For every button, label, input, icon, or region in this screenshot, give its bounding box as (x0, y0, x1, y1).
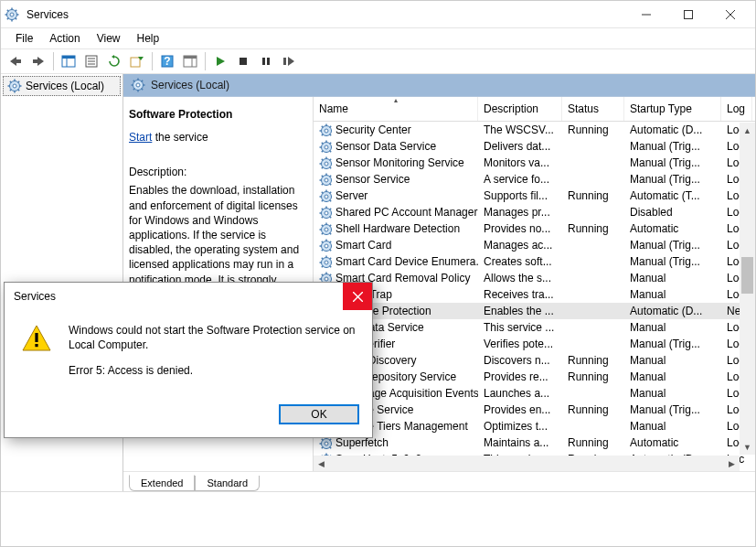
service-description: Manages ac... (478, 238, 562, 252)
horizontal-scrollbar[interactable]: ◀ ▶ (314, 456, 740, 471)
view-tabs: Extended Standard (123, 471, 755, 491)
service-status (562, 261, 624, 263)
service-description: Monitors va... (478, 156, 562, 170)
service-row[interactable]: Spot Data ServiceThis service ...ManualL… (314, 319, 755, 336)
service-name: Shared PC Account Manager (335, 206, 477, 219)
maximize-button[interactable] (667, 2, 709, 27)
service-row[interactable]: Smart CardManages ac...Manual (Trig...Lo… (314, 237, 755, 253)
service-name: Smart Card (335, 239, 391, 252)
refresh-button[interactable] (103, 50, 125, 72)
sort-asc-icon: ▴ (394, 97, 398, 104)
properties-button[interactable] (80, 50, 102, 72)
service-row[interactable]: SuperfetchMaintains a...RunningAutomatic… (314, 434, 755, 451)
gear-icon (319, 140, 332, 153)
start-service-suffix: the service (152, 131, 208, 144)
service-description: Receives tra... (478, 287, 562, 302)
service-startup: Manual (624, 320, 721, 335)
scroll-down-icon[interactable]: ▼ (740, 439, 755, 455)
service-status: Running (562, 402, 624, 417)
tree-services-local[interactable]: Services (Local) (3, 76, 121, 96)
service-description: Delivers dat... (478, 139, 562, 154)
service-row[interactable]: Smart Card Device Enumera...Creates soft… (314, 253, 755, 270)
service-startup: Manual (Trig... (624, 172, 721, 187)
selected-service-title: Software Protection (129, 108, 303, 121)
menubar: File Action View Help (1, 28, 755, 48)
col-status[interactable]: Status (562, 97, 624, 121)
stop-service-button[interactable] (232, 50, 254, 72)
service-row[interactable]: Storage ServiceProvides en...RunningManu… (314, 402, 755, 418)
service-row[interactable]: Security CenterThe WSCSV...RunningAutoma… (314, 122, 755, 138)
service-row[interactable]: Smart Card Removal PolicyAllows the s...… (314, 270, 755, 286)
service-row[interactable]: Shell Hardware DetectionProvides no...Ru… (314, 220, 755, 237)
service-row[interactable]: ServerSupports fil...RunningAutomatic (T… (314, 188, 755, 204)
gear-icon (319, 206, 332, 219)
scroll-up-icon[interactable]: ▲ (740, 123, 755, 138)
forward-button[interactable] (27, 50, 49, 72)
scroll-right-icon[interactable]: ▶ (724, 456, 740, 471)
service-status: Running (562, 123, 624, 137)
vertical-scrollbar[interactable]: ▲ ▼ (740, 123, 755, 455)
service-status (562, 310, 624, 312)
service-row[interactable]: Sensor ServiceA service fo...Manual (Tri… (314, 171, 755, 188)
help-button[interactable]: ? (156, 50, 178, 72)
menu-help[interactable]: Help (130, 30, 167, 47)
pause-service-button[interactable] (255, 50, 277, 72)
svg-rect-15 (33, 59, 37, 63)
dialog-close-button[interactable] (343, 283, 372, 310)
pane-header: Services (Local) (123, 74, 755, 97)
service-row[interactable]: Sensor Monitoring ServiceMonitors va...M… (314, 155, 755, 171)
toolbar: ? (1, 48, 755, 74)
gear-icon (319, 239, 332, 252)
list-body[interactable]: Security CenterThe WSCSV...RunningAutoma… (314, 122, 755, 470)
show-hide-action-pane-button[interactable] (179, 50, 201, 72)
scroll-left-icon[interactable]: ◀ (314, 456, 329, 471)
start-service-button[interactable] (209, 50, 231, 72)
service-name: Sensor Service (335, 173, 410, 186)
show-hide-tree-button[interactable] (58, 50, 80, 72)
service-startup: Manual (624, 370, 721, 384)
service-status: Running (562, 188, 624, 203)
pane-header-label: Services (Local) (151, 79, 229, 91)
service-row[interactable]: Spot VerifierVerifies pote...Manual (Tri… (314, 336, 755, 352)
menu-view[interactable]: View (90, 30, 128, 47)
back-button[interactable] (5, 50, 27, 72)
service-startup: Manual (624, 287, 721, 302)
export-button[interactable] (126, 50, 148, 72)
service-description: Maintains a... (478, 435, 562, 450)
restart-service-button[interactable] (278, 50, 300, 72)
service-status (562, 145, 624, 147)
ok-button[interactable]: OK (279, 404, 359, 424)
service-description: Provides en... (478, 402, 562, 417)
tab-standard[interactable]: Standard (195, 476, 260, 491)
service-status: Running (562, 370, 624, 384)
tab-extended[interactable]: Extended (129, 475, 195, 491)
service-startup: Manual (Trig... (624, 238, 721, 252)
service-description: Discovers n... (478, 353, 562, 368)
service-startup: Manual (624, 353, 721, 368)
service-status (562, 277, 624, 279)
service-row[interactable]: SSDP DiscoveryDiscovers n...RunningManua… (314, 352, 755, 369)
svg-rect-29 (240, 58, 247, 65)
col-description[interactable]: Description (478, 97, 562, 121)
service-row[interactable]: Sensor Data ServiceDelivers dat...Manual… (314, 138, 755, 155)
scroll-thumb[interactable] (741, 257, 753, 294)
svg-rect-35 (35, 333, 37, 342)
service-row[interactable]: Shared PC Account ManagerManages pr...Di… (314, 204, 755, 220)
col-startup[interactable]: Startup Type (624, 97, 721, 121)
service-description: Optimizes t... (478, 419, 562, 434)
col-logon[interactable]: Log (721, 97, 752, 121)
description-label: Description: (129, 165, 303, 179)
tree-item-label: Services (Local) (26, 80, 104, 92)
service-row[interactable]: SNMP TrapReceives tra...ManualLoc (314, 286, 755, 303)
start-service-link[interactable]: Start (129, 131, 152, 144)
service-row[interactable]: Still Image Acquisition EventsLaunches a… (314, 385, 755, 402)
service-row[interactable]: Software ProtectionEnables the ...Automa… (314, 303, 755, 319)
col-name[interactable]: ▴Name (314, 97, 478, 121)
menu-file[interactable]: File (8, 30, 40, 47)
minimize-button[interactable] (625, 2, 667, 27)
menu-action[interactable]: Action (42, 30, 87, 47)
gear-icon (319, 156, 332, 169)
close-button[interactable] (709, 2, 751, 27)
service-row[interactable]: State Repository ServiceProvides re...Ru… (314, 369, 755, 385)
service-row[interactable]: Storage Tiers ManagementOptimizes t...Ma… (314, 418, 755, 434)
